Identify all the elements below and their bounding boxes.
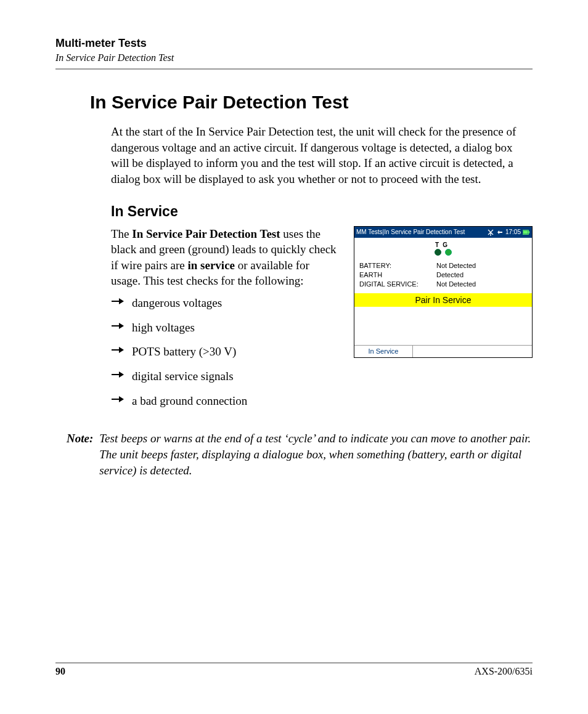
reading-value: Detected [436,271,527,278]
dot-g-icon [445,249,452,256]
check-list: dangerous voltages high voltages POTS ba… [111,295,339,408]
chapter-title: Multi-meter Tests [55,37,533,50]
reading-value: Not Detected [436,280,527,288]
reading-key: DIGITAL SERVICE: [359,280,436,288]
arrow-icon [111,297,125,306]
device-readings: BATTERY: Not Detected EARTH Detected DIG… [354,257,532,292]
reading-key: EARTH [359,271,436,278]
reading-row: EARTH Detected [359,271,527,278]
device-title-text: MM Tests|In Service Pair Detection Test [356,229,487,235]
section-heading-in-service: In Service [111,203,533,220]
arrow-icon [111,370,125,379]
page-number: 90 [55,666,65,677]
note-label: Note: [67,431,93,478]
list-item-text: a bad ground connection [132,394,247,407]
sync-icon [496,229,504,236]
list-item-text: digital service signals [132,370,234,383]
svg-rect-2 [523,230,528,233]
list-item: POTS battery (>30 V) [111,344,339,360]
device-status-icons: 17:05 [487,229,530,236]
tg-label-g: G [443,241,451,248]
device-blank-area [354,308,532,345]
intro-paragraph: At the start of the In Service Pair Dete… [111,124,533,187]
list-item: a bad ground connection [111,393,339,409]
list-item-text: dangerous voltages [132,296,222,309]
device-softkey-bar: In Service [354,345,532,357]
para-lead: The [111,227,132,240]
arrow-icon [111,346,125,354]
footer-rule [55,662,533,663]
product-model: AXS-200/635i [475,666,533,677]
list-item: dangerous voltages [111,295,339,311]
device-body: TG BATTERY: Not Detected EARTH Detected … [354,238,532,357]
softkey-in-service: In Service [354,346,413,357]
reading-value: Not Detected [436,262,527,269]
header-rule [55,68,533,70]
note-block: Note: Test beeps or warns at the end of … [67,431,533,478]
reading-key: BATTERY: [359,262,436,269]
battery-icon [523,229,530,236]
page-footer: 90 AXS-200/635i [55,662,533,677]
arrow-icon [111,322,125,330]
reading-row: BATTERY: Not Detected [359,262,527,269]
para-bold-inservice: in service [188,259,235,272]
dot-t-icon [435,249,441,256]
tg-label-t: T [435,241,443,248]
reading-row: DIGITAL SERVICE: Not Detected [359,280,527,288]
list-item-text: high voltages [132,321,195,334]
device-time: 17:05 [505,229,521,235]
svg-rect-1 [528,231,529,233]
section-title: In Service Pair Detection Test [55,52,533,63]
in-service-description: The In Service Pair Detection Test uses … [111,226,339,418]
page-title: In Service Pair Detection Test [90,92,533,113]
list-item: high voltages [111,320,339,336]
softkey-empty [413,346,532,357]
device-status-banner: Pair In Service [354,293,532,307]
list-item-text: POTS battery (>30 V) [132,345,236,358]
para-bold-testname: In Service Pair Detection Test [132,227,280,240]
note-body: Test beeps or warns at the end of a test… [99,431,533,478]
list-item: digital service signals [111,368,339,384]
device-tg-indicator: TG [354,241,532,256]
device-screenshot: MM Tests|In Service Pair Detection Test … [354,226,533,358]
antenna-icon [487,229,494,236]
device-titlebar: MM Tests|In Service Pair Detection Test … [354,227,532,238]
arrow-icon [111,395,125,404]
